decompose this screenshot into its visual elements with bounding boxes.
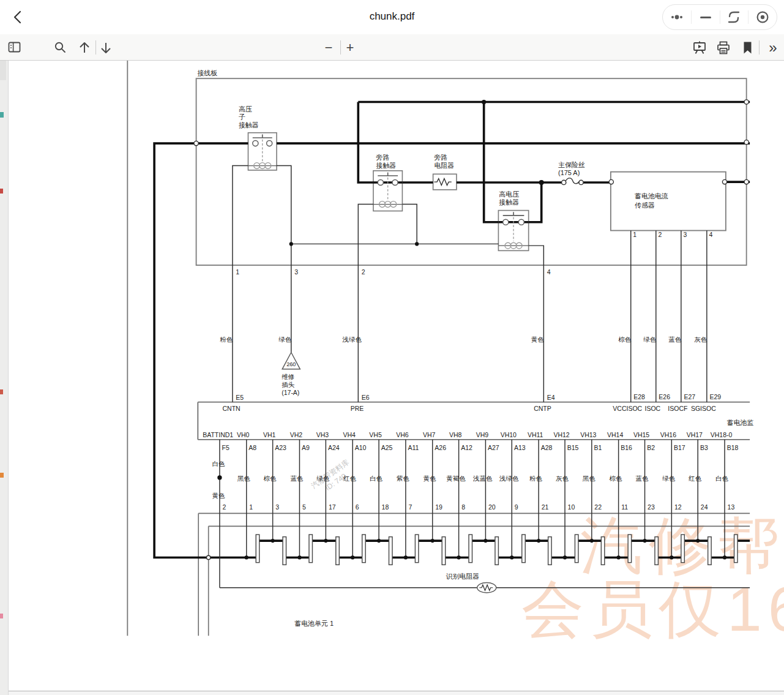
bus-label: VH10 (501, 432, 517, 438)
frame-pass-circle (744, 140, 749, 145)
bus-label: VH5 (369, 432, 382, 438)
wire-color-label: 浅绿色 (499, 475, 519, 482)
battery-plate (415, 535, 418, 563)
pre-wire (358, 205, 373, 402)
junction-dot (482, 100, 486, 104)
signal-label: CNTN (223, 405, 241, 412)
pin-label: B15 (567, 445, 579, 451)
signal-label: PRE (351, 405, 364, 412)
battery-plate (362, 535, 365, 563)
cavity-number: 23 (648, 504, 655, 511)
wire-color-label: 绿色 (316, 475, 329, 482)
bus-label: VH13 (580, 432, 596, 438)
cavity-number: 12 (674, 504, 682, 511)
restore-button[interactable] (720, 5, 749, 29)
bus-label: VH18-0 (711, 432, 733, 438)
frame-pass-circle (194, 141, 198, 145)
battery-plate (655, 537, 658, 565)
junction-dot (457, 555, 460, 559)
battery-unit-label: 蓄电池单元 1 (294, 620, 334, 627)
wire-color-label: 红色 (343, 475, 356, 482)
bus-label: VH14 (607, 432, 623, 438)
terminal-label: E27 (684, 394, 695, 400)
presentation-mode-button[interactable] (692, 34, 707, 61)
wire-color-label: 黄褐色 (446, 475, 466, 482)
search-button[interactable] (53, 34, 67, 61)
contact-terminal (503, 219, 509, 225)
outside-page-area (9, 691, 784, 695)
pin-label: B16 (621, 445, 632, 451)
bus-label: VH11 (528, 432, 543, 438)
id-resistor-label: 识别电阻器 (446, 573, 480, 580)
frame-pass-circle (206, 555, 210, 559)
battery-plate (309, 535, 312, 563)
battery-plate (389, 537, 392, 565)
more-options-button[interactable] (663, 5, 691, 29)
module-clipped-label: 蓄电池监 (727, 419, 754, 426)
contact-terminal (392, 179, 398, 185)
junction-dot (289, 242, 293, 246)
cavity-number: 24 (701, 504, 708, 511)
cavity-number: 11 (621, 504, 628, 511)
cavity-number: 5 (302, 504, 306, 511)
cavity-number: 1 (249, 504, 253, 511)
minimize-button[interactable] (692, 5, 720, 29)
more-tools-button[interactable]: » (763, 34, 782, 61)
bus-label: VH4 (343, 432, 356, 438)
arrow-down-icon (100, 41, 112, 54)
pin-label: B2 (647, 445, 655, 451)
signal-label: SGISOC (691, 405, 716, 412)
bus-label: VH3 (316, 432, 329, 438)
junction-dot (723, 555, 726, 559)
hv-sub-contactor-label: 接触器 (239, 121, 259, 129)
wire-color-label: 绿色 (643, 336, 656, 343)
terminal-label: E5 (236, 394, 244, 401)
target-button[interactable] (749, 5, 777, 29)
terminal-label: E28 (633, 394, 645, 400)
battery-plate (495, 537, 498, 565)
zoom-out-button[interactable]: − (322, 34, 335, 61)
wire-color-label: 黄色 (531, 336, 544, 343)
sensor-terminal (609, 179, 613, 184)
cavity-number: 17 (329, 504, 336, 511)
fuse-terminal (579, 180, 583, 184)
target-icon (755, 10, 770, 24)
pdf-page-viewport[interactable]: 汽修帮资料库 ID: 740 汽修帮 会员仅168 260接线板高压子接触器旁路… (0, 61, 784, 695)
hv-contactor-label: 接触器 (499, 198, 519, 206)
terminal-label: E29 (709, 394, 721, 400)
battery-plate (575, 535, 578, 563)
wire-color-label: 白色 (370, 475, 383, 482)
zoom-in-button[interactable]: + (343, 34, 357, 61)
junction-dot (404, 555, 408, 559)
junction-dot (324, 539, 327, 543)
pin-label: A26 (435, 445, 446, 451)
print-button[interactable] (716, 34, 731, 61)
bus-label: VH16 (660, 432, 676, 438)
more-dots-icon (668, 10, 685, 24)
junction-dot (617, 555, 621, 559)
hv-sub-contactor-label: 子 (239, 113, 245, 121)
contact-terminal (267, 141, 272, 146)
bookmark-button[interactable] (741, 34, 754, 61)
pin-label: B3 (700, 445, 708, 451)
bus-label: VH7 (423, 432, 436, 438)
wire-color-label: 灰色 (694, 336, 707, 343)
battery-plate (601, 537, 604, 565)
frame-pin-number: 4 (547, 269, 551, 276)
junction-dot (377, 539, 381, 543)
fuse-element (566, 178, 580, 184)
signal-label: CNTP (534, 405, 551, 412)
junction-dot (510, 555, 513, 559)
printer-icon (717, 41, 730, 54)
junction-dot (297, 555, 301, 559)
sidebar-toggle-button[interactable] (7, 34, 21, 61)
pin-label: A28 (541, 445, 553, 451)
wire-color-label: 蓝色 (635, 475, 648, 482)
page-down-button[interactable] (99, 34, 113, 61)
page-up-button[interactable] (77, 34, 92, 61)
toolbar-divider (95, 40, 96, 54)
wire-color-label: 粉色 (220, 336, 233, 343)
frame-pass-circle (744, 100, 749, 104)
titlebar: chunk.pdf (0, 0, 784, 34)
battery-plate (548, 537, 551, 565)
